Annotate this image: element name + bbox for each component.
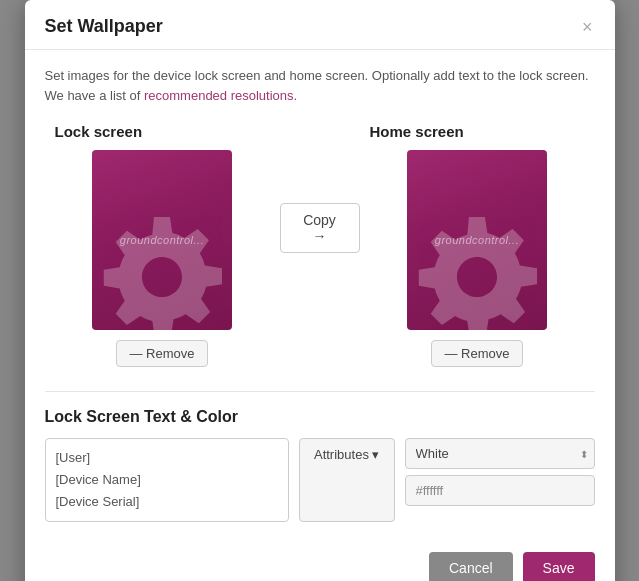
attributes-button[interactable]: Attributes ▾ [299, 438, 395, 522]
recommended-resolutions-link[interactable]: recommended resolutions. [144, 88, 297, 103]
description-text: Set images for the device lock screen an… [45, 66, 595, 105]
home-screen-col: Home screen groundcontrol... — Remove [360, 123, 595, 367]
modal-header: Set Wallpaper × [25, 0, 615, 50]
modal-footer: Cancel Save [25, 538, 615, 581]
home-screen-label: Home screen [360, 123, 464, 140]
lock-screen-remove-button[interactable]: — Remove [116, 340, 207, 367]
lock-screen-col: Lock screen groundcontrol... — Remove [45, 123, 280, 367]
text-line-user: [User] [56, 447, 278, 469]
wallpaper-section: Lock screen groundcontrol... — Remove Co… [45, 123, 595, 367]
hex-color-input[interactable] [405, 475, 595, 506]
text-line-device-name: [Device Name] [56, 469, 278, 491]
close-button[interactable]: × [580, 18, 595, 36]
lock-text-section: Lock Screen Text & Color [User] [Device … [45, 391, 595, 522]
lock-screen-brand-text: groundcontrol... [120, 234, 204, 246]
lock-screen-label: Lock screen [45, 123, 143, 140]
lock-text-area[interactable]: [User] [Device Name] [Device Serial] [45, 438, 289, 522]
home-screen-remove-button[interactable]: — Remove [431, 340, 522, 367]
save-button[interactable]: Save [523, 552, 595, 581]
color-select-wrapper: White Black Gray ⬍ [405, 438, 595, 469]
cancel-button[interactable]: Cancel [429, 552, 513, 581]
color-select[interactable]: White Black Gray [406, 439, 594, 468]
home-screen-preview: groundcontrol... [407, 150, 547, 330]
copy-button[interactable]: Copy → [280, 203, 360, 253]
lock-text-title: Lock Screen Text & Color [45, 408, 595, 426]
set-wallpaper-modal: Set Wallpaper × Set images for the devic… [25, 0, 615, 581]
text-line-device-serial: [Device Serial] [56, 491, 278, 513]
copy-section: Copy → [280, 123, 360, 253]
lock-text-row: [User] [Device Name] [Device Serial] Att… [45, 438, 595, 522]
modal-title: Set Wallpaper [45, 16, 163, 37]
lock-screen-preview: groundcontrol... [92, 150, 232, 330]
color-col: White Black Gray ⬍ [405, 438, 595, 522]
description-static: Set images for the device lock screen an… [45, 68, 589, 103]
modal-body: Set images for the device lock screen an… [25, 50, 615, 538]
home-screen-brand-text: groundcontrol... [435, 234, 519, 246]
